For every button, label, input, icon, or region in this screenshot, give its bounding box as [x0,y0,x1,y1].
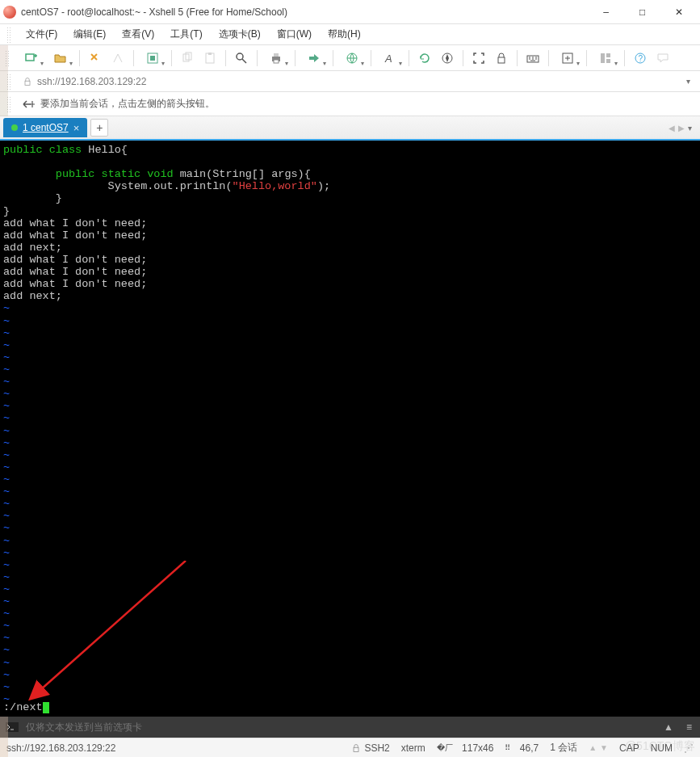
add-button[interactable] [554,48,581,69]
menu-window[interactable]: 窗口(W) [269,26,320,43]
status-num: NUM [651,742,673,754]
send-up-icon[interactable]: ▲ [660,721,677,733]
addressbar: ssh://192.168.203.129:22 ▾ [0,71,700,92]
resize-grip-icon: ⋰ [684,742,694,754]
status-cursor: ⠿ 46,7 [505,742,539,754]
cli-icon [5,722,19,732]
tab-next-button[interactable]: ▶ [678,124,685,132]
menubar: 文件(F) 编辑(E) 查看(V) 工具(T) 选项卡(B) 窗口(W) 帮助(… [0,24,700,45]
web-button[interactable] [338,48,366,69]
toolbar-separator [463,50,463,66]
hintbar: 要添加当前会话，点击左侧的箭头按钮。 [0,92,700,116]
lock-icon [23,77,32,86]
svg-rect-14 [498,57,505,63]
grip-icon [5,50,10,66]
reconnect-button[interactable] [85,48,106,69]
hint-text: 要添加当前会话，点击左侧的箭头按钮。 [40,97,215,111]
tab-prev-button[interactable]: ◀ [669,124,675,132]
status-term: xterm [401,742,425,754]
svg-text:?: ? [639,54,643,63]
chat-button[interactable] [652,48,673,69]
menu-tabs[interactable]: 选项卡(B) [211,26,269,43]
toolbar-separator [409,50,409,66]
lock-icon [351,743,361,753]
toolbar-separator [548,50,549,66]
new-tab-button[interactable]: + [90,119,108,137]
svg-rect-10 [274,60,279,63]
svg-rect-2 [150,56,155,61]
tabbar: 1 centOS7 × + ◀ ▶ ▾ [0,116,700,141]
toolbar-separator [79,50,80,66]
svg-rect-6 [208,53,212,55]
disconnect-button[interactable] [107,48,128,69]
titlebar: centOS7 - root@localhost:~ - Xshell 5 (F… [0,0,700,24]
toolbar-separator [371,50,371,66]
arrow-add-icon[interactable] [23,99,36,110]
svg-rect-22 [25,81,30,85]
toolbar-separator [517,50,518,66]
fullscreen-button[interactable] [468,48,489,69]
address-text[interactable]: ssh://192.168.203.129:22 [37,76,678,87]
toolbar-separator [586,50,587,66]
status-sessions: 1 会话 [550,741,577,755]
app-icon [3,6,16,19]
transfer-button[interactable] [300,48,328,69]
find-button[interactable] [231,48,252,69]
grip-icon [6,96,11,112]
lock-button[interactable] [491,48,512,69]
close-button[interactable]: ✕ [660,0,697,24]
svg-rect-24 [6,722,19,732]
svg-rect-25 [354,747,358,751]
footer-menu-icon[interactable]: ≡ [683,721,695,733]
keyboard-button[interactable] [522,48,543,69]
svg-rect-0 [26,54,34,61]
svg-point-7 [237,53,243,60]
status-size: �厂 117x46 [437,742,494,754]
toolbar-separator [257,50,258,66]
open-button[interactable] [47,48,74,69]
paste-button[interactable] [199,48,220,69]
menu-help[interactable]: 帮助(H) [320,26,369,43]
menu-tools[interactable]: 工具(T) [162,26,210,43]
tab-menu-button[interactable]: ▾ [688,124,692,132]
footer-input: ▲ ≡ [0,717,700,738]
grip-icon [6,74,11,90]
menu-edit[interactable]: 编辑(E) [65,26,114,43]
grip-icon [6,27,11,43]
svg-rect-18 [606,53,610,57]
svg-rect-19 [606,59,610,63]
toolbar: A ? [0,45,700,71]
menu-view[interactable]: 查看(V) [114,26,162,43]
address-dropdown[interactable]: ▾ [683,77,694,86]
tab-close-icon[interactable]: × [73,122,80,134]
print-button[interactable] [262,48,290,69]
toolbar-separator [225,50,226,66]
layout-button[interactable] [592,48,619,69]
tab-status-dot-icon [11,124,18,131]
toolbar-separator [295,50,296,66]
compass-button[interactable] [437,48,458,69]
help-button[interactable]: ? [630,48,651,69]
terminal[interactable]: public class Hello{ public static void m… [0,141,700,717]
command-input[interactable] [26,721,654,733]
toolbar-separator [624,50,625,66]
font-button[interactable]: A [376,48,404,69]
menu-file[interactable]: 文件(F) [18,26,65,43]
maximize-button[interactable]: □ [624,0,660,24]
window-title: centOS7 - root@localhost:~ - Xshell 5 (F… [21,6,287,18]
toolbar-separator [133,50,134,66]
statusbar: ssh://192.168.203.129:22 SSH2 xterm �厂 1… [0,738,700,757]
status-connection: ssh://192.168.203.129:22 [6,742,115,754]
tab-active[interactable]: 1 centOS7 × [3,118,87,137]
copy-button[interactable] [177,48,198,69]
refresh-button[interactable] [414,48,435,69]
down-icon: ▼ [600,743,608,752]
minimize-button[interactable]: – [588,0,624,24]
toolbar-separator [171,50,172,66]
tab-label: 1 centOS7 [23,122,69,133]
properties-button[interactable] [139,48,166,69]
svg-rect-9 [274,53,279,57]
new-session-button[interactable] [18,48,45,69]
vim-command-line[interactable]: :/next [3,701,49,713]
toolbar-separator [333,50,333,66]
